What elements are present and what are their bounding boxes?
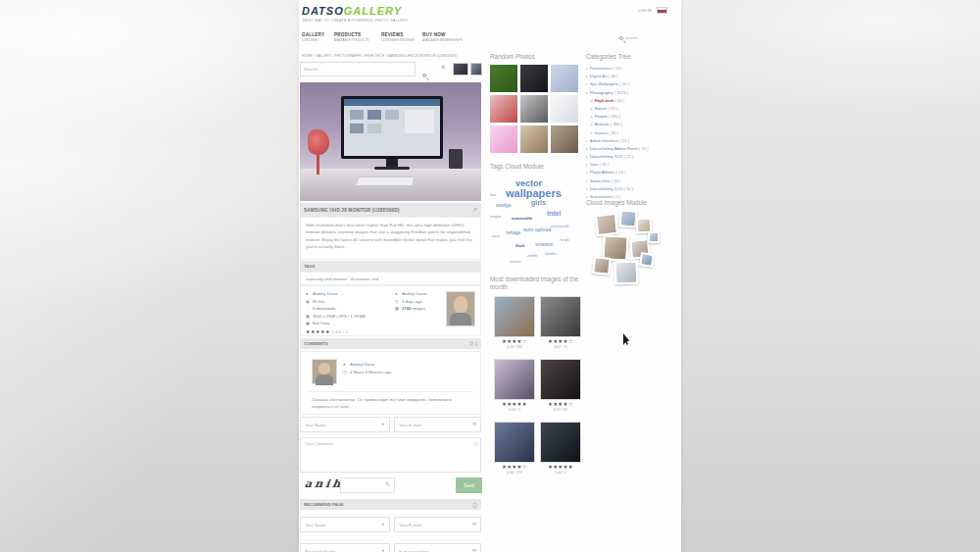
- tag-link[interactable]: samsung uhd monitor: [306, 276, 347, 281]
- header-search[interactable]: search...: [619, 35, 640, 40]
- user-icon: ●: [395, 290, 400, 298]
- recipient-name-input[interactable]: [300, 543, 390, 552]
- cloud-image[interactable]: [595, 213, 618, 236]
- category-high-tech[interactable]: High-tech ( 44 ): [586, 97, 649, 105]
- next-photo-thumb[interactable]: [470, 63, 482, 75]
- category-photo-albums[interactable]: Photo Albums ( 14 ): [586, 169, 649, 176]
- image-icon: ▦: [306, 313, 311, 321]
- commenter-name[interactable]: Andrey Datso: [350, 362, 374, 367]
- divider: [309, 391, 473, 392]
- prev-photo-thumb[interactable]: [453, 63, 468, 75]
- gallery-search-icon[interactable]: [422, 74, 426, 77]
- breadcrumb-home[interactable]: HOME: [302, 54, 316, 58]
- category-datsogallery-510[interactable]: DatsoGallery 5.10 ( 10 ): [586, 185, 649, 193]
- random-photo-thumb[interactable]: [490, 125, 517, 153]
- author-link[interactable]: Andrey Datso: [313, 291, 337, 296]
- downloaded-image[interactable]: [494, 359, 535, 400]
- tag-cloud-word[interactable]: science: [535, 241, 553, 247]
- exif-link[interactable]: Exif Data: [313, 321, 329, 326]
- tag-cloud-word[interactable]: venus: [510, 259, 521, 264]
- downloaded-image[interactable]: [494, 296, 535, 337]
- nav-item-gallery[interactable]: GALLERYLIVE DEMO: [302, 32, 324, 42]
- login-link[interactable]: LOG IN: [638, 8, 652, 13]
- user-icon: ●: [343, 361, 348, 369]
- photo-title-bar: SAMSUNG UHD 28 MONITOR (U28D590D) ↗: [300, 203, 481, 217]
- category-admin-interface[interactable]: Admin Interface ( 21 ): [586, 137, 649, 145]
- recommend-email-input[interactable]: [394, 517, 481, 532]
- categories-tree-title: Categories Tree: [586, 53, 630, 60]
- comment-email-input[interactable]: [394, 417, 481, 432]
- random-photo-thumb[interactable]: [551, 95, 578, 123]
- tag-cloud-word[interactable]: intel: [547, 210, 561, 217]
- category-animals[interactable]: Animals ( 350 ): [586, 121, 649, 128]
- category-people[interactable]: People ( 550 ): [586, 113, 649, 121]
- random-photo-thumb[interactable]: [520, 95, 548, 123]
- category-nature[interactable]: Nature ( 92 ): [586, 105, 649, 113]
- nav-item-buy-now[interactable]: BUY NOWAVAILABLE MEMBERSHIPS: [422, 32, 463, 42]
- downloaded-image[interactable]: [540, 296, 581, 337]
- nav-item-products[interactable]: PRODUCTSAVAILABLE PRODUCTS: [334, 32, 368, 42]
- recommend-name-input[interactable]: [300, 517, 390, 532]
- category-santa-girls[interactable]: Santa Girls ( 34 ): [586, 177, 649, 185]
- random-photo-thumb[interactable]: [551, 125, 578, 153]
- language-flag-icon[interactable]: [657, 7, 667, 14]
- tag-cloud-word[interactable]: girls: [531, 199, 546, 206]
- random-photo-thumb[interactable]: [520, 65, 548, 92]
- downloaded-image[interactable]: [494, 422, 535, 463]
- tag-cloud-word[interactable]: wedge: [496, 202, 512, 208]
- site-logo[interactable]: DATSOGALLERY: [302, 5, 402, 17]
- tag-cloud-word[interactable]: fun: [490, 192, 496, 197]
- random-photos-grid: [490, 65, 580, 153]
- tag-cloud-word[interactable]: zelda: [527, 253, 537, 258]
- comment-name-input[interactable]: [300, 417, 390, 432]
- category-spa-wallpapers[interactable]: Spa Wallpapers ( 40 ): [586, 80, 649, 88]
- cloud-image[interactable]: [614, 261, 639, 285]
- breadcrumb-high-tech[interactable]: HIGH-TECH: [365, 54, 387, 58]
- tag-cloud-word[interactable]: flash: [515, 243, 524, 248]
- category-insects[interactable]: Insects ( 30 ): [586, 129, 649, 137]
- category-cars[interactable]: Cars ( 11 ): [586, 161, 649, 169]
- random-photo-thumb[interactable]: [490, 65, 517, 92]
- tag-cloud-word[interactable]: wallpapers: [506, 187, 562, 199]
- category-panoramica[interactable]: Panoramica ( 13 ): [586, 65, 649, 73]
- main-photo[interactable]: [300, 82, 481, 201]
- tag-cloud-word[interactable]: cars: [492, 233, 500, 238]
- rating-stars[interactable]: ★★★★★5.00 / 2: [306, 327, 366, 336]
- cloud-image[interactable]: [648, 231, 660, 243]
- refresh-captcha-icon[interactable]: ↻: [385, 480, 390, 487]
- author-avatar[interactable]: [446, 291, 475, 326]
- breadcrumb-photography[interactable]: PHOTOGRAPHY: [334, 54, 365, 58]
- share-icon[interactable]: ↗: [472, 207, 477, 213]
- info-icon[interactable]: ⓘ: [472, 502, 477, 508]
- cloud-image[interactable]: [639, 252, 655, 268]
- downloaded-image-cell: ★★★★☆ 4.26 / 332: [494, 296, 535, 349]
- tag-cloud-word[interactable]: media: [545, 251, 557, 256]
- list-view-icon[interactable]: ≡: [441, 64, 445, 71]
- commenter-avatar[interactable]: [312, 359, 337, 384]
- category-datsogallery-512[interactable]: DatsoGallery 5.12 ( 22 ): [586, 153, 649, 161]
- tag-link[interactable]: 4k monitor uhd: [350, 276, 378, 281]
- tag-cloud-word[interactable]: auto upload: [523, 226, 551, 232]
- uploader-link[interactable]: Andrey Datso: [402, 291, 426, 296]
- category-photography[interactable]: Photography ( 1073 ): [586, 89, 649, 97]
- breadcrumb-gallery[interactable]: GALLERY: [316, 54, 334, 58]
- random-photo-thumb[interactable]: [551, 65, 578, 92]
- gallery-search-input[interactable]: [300, 62, 416, 76]
- cloud-image[interactable]: [592, 256, 612, 276]
- comment-count-icon[interactable]: 🗩 1: [469, 341, 477, 346]
- downloaded-image[interactable]: [540, 422, 581, 463]
- send-comment-button[interactable]: Send: [456, 477, 482, 493]
- random-photo-thumb[interactable]: [490, 95, 517, 123]
- comment-text-input[interactable]: [300, 437, 481, 473]
- tag-cloud-word[interactable]: vegas: [490, 214, 501, 219]
- category-admin-panel[interactable]: DatsoGallery Admin Panel ( 15 ): [586, 145, 649, 153]
- category-digital-art[interactable]: Digital Art ( 46 ): [586, 73, 649, 80]
- tag-cloud-word[interactable]: refuge: [506, 229, 520, 235]
- random-photo-thumb[interactable]: [520, 125, 548, 153]
- downloaded-image[interactable]: [540, 359, 581, 400]
- tag-cloud-word[interactable]: kraft: [561, 237, 569, 242]
- tag-cloud-word[interactable]: automobile: [512, 216, 532, 221]
- tag-cloud-word[interactable]: microsoft: [551, 224, 568, 228]
- nav-item-reviews[interactable]: REVIEWSCUSTOMER REVIEWS: [381, 32, 415, 42]
- recipient-email-input[interactable]: [394, 543, 481, 552]
